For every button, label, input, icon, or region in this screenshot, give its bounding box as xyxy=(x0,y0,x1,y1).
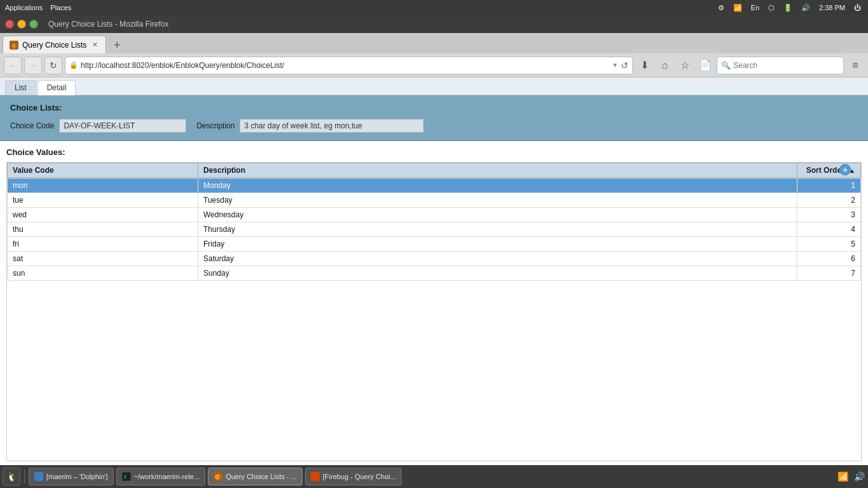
tab-bar: Q Query Choice Lists ✕ + xyxy=(0,33,868,53)
choice-code-input[interactable] xyxy=(59,119,186,133)
table-row[interactable]: friFriday5 xyxy=(8,237,861,252)
cell-value-code: thu xyxy=(8,222,198,237)
nav-options-button[interactable]: ≡ xyxy=(846,57,864,74)
url-bar-container: 🔒 ▼ ↺ xyxy=(65,57,633,74)
home-button[interactable]: ⌂ xyxy=(656,57,674,74)
download-button[interactable]: ⬇ xyxy=(635,57,653,74)
choice-lists-form: Choice Lists: Choice Code Description xyxy=(0,95,868,141)
maximize-button[interactable] xyxy=(29,20,38,29)
taskbar-start-button[interactable]: 🐧 xyxy=(3,468,20,485)
table-row[interactable]: satSaturday6 xyxy=(8,252,861,266)
data-table-container: Value Code Description Sort Order ▲ xyxy=(6,162,862,461)
topbar-settings-icon[interactable]: ⚙ xyxy=(716,4,726,12)
browser-title: Query Choice Lists - Mozilla Firefox xyxy=(48,20,168,29)
os-topbar: Applications Places ⚙ 📶 En ⬡ 🔋 🔊 2:38 PM… xyxy=(0,0,868,15)
os-taskbar: 🐧 [maerim – 'Dolphin'] $ ~/work/maerim-r… xyxy=(0,465,868,488)
cell-sort-order: 3 xyxy=(797,208,861,222)
back-button[interactable]: ← xyxy=(4,57,22,74)
tab-label: Query Choice Lists xyxy=(22,41,86,50)
taskbar-files-icon xyxy=(34,472,43,481)
section-title: Choice Values: xyxy=(6,147,862,157)
form-section-title: Choice Lists: xyxy=(10,103,858,112)
table-row[interactable]: monMonday1 xyxy=(8,179,861,193)
header-row-wrapper: Value Code Description Sort Order ▲ xyxy=(7,163,861,178)
taskbar-browser-label: Query Choice Lists - ... xyxy=(226,473,297,480)
choice-code-label: Choice Code xyxy=(10,121,54,130)
cell-description: Wednesday xyxy=(198,208,797,222)
table-scroll-area[interactable]: monMonday1tueTuesday2wedWednesday3thuThu… xyxy=(7,178,861,461)
app-tab-bar: List Detail xyxy=(0,78,868,95)
choice-code-field: Choice Code xyxy=(10,119,186,133)
window-controls xyxy=(5,20,38,29)
choice-values-section: Choice Values: Value Code Description xyxy=(0,141,868,468)
cell-description: Friday xyxy=(198,237,797,252)
browser-tab[interactable]: Q Query Choice Lists ✕ xyxy=(3,36,106,53)
forward-button[interactable]: → xyxy=(24,57,42,74)
bookmark-list-button[interactable]: 📄 xyxy=(696,57,714,74)
svg-text:Q: Q xyxy=(215,475,219,480)
cell-sort-order: 7 xyxy=(797,266,861,281)
col-header-description[interactable]: Description xyxy=(198,163,797,178)
cell-description: Thursday xyxy=(198,222,797,237)
cell-value-code: tue xyxy=(8,193,198,208)
cell-description: Saturday xyxy=(198,252,797,266)
add-row-button[interactable]: + xyxy=(839,164,851,175)
tab-detail[interactable]: Detail xyxy=(37,80,76,95)
taskbar-separator xyxy=(24,469,25,484)
bookmark-star-button[interactable]: ☆ xyxy=(676,57,694,74)
cell-sort-order: 1 xyxy=(797,179,861,193)
main-content: Choice Lists: Choice Code Description Ch… xyxy=(0,95,868,468)
cell-description: Tuesday xyxy=(198,193,797,208)
table-row[interactable]: thuThursday4 xyxy=(8,222,861,237)
description-field: Description xyxy=(196,119,424,133)
topbar-lang: En xyxy=(749,4,761,11)
lock-icon: 🔒 xyxy=(69,61,78,69)
url-reload-icon[interactable]: ↺ xyxy=(621,60,628,71)
url-dropdown-arrow[interactable]: ▼ xyxy=(612,62,618,69)
search-bar-container: 🔍 xyxy=(717,57,844,74)
cell-sort-order: 4 xyxy=(797,222,861,237)
taskbar-item-terminal[interactable]: $ ~/work/maerim-rele... xyxy=(116,468,206,485)
taskbar-browser-icon: Q xyxy=(214,472,222,481)
taskbar-item-firebug[interactable]: [Firebug - Query Choi... xyxy=(305,468,402,485)
os-topbar-right: ⚙ 📶 En ⬡ 🔋 🔊 2:38 PM ⏻ xyxy=(716,4,863,12)
svg-text:Q: Q xyxy=(12,43,16,48)
cell-sort-order: 2 xyxy=(797,193,861,208)
col-header-value-code[interactable]: Value Code xyxy=(8,163,198,178)
os-applications-menu[interactable]: Applications xyxy=(5,4,43,11)
col-header-sort-order[interactable]: Sort Order ▲ xyxy=(797,163,861,178)
cell-value-code: sun xyxy=(8,266,198,281)
taskbar-item-files[interactable]: [maerim – 'Dolphin'] xyxy=(29,468,114,485)
cell-value-code: mon xyxy=(8,179,198,193)
tab-list[interactable]: List xyxy=(5,80,36,95)
taskbar-item-browser[interactable]: Q Query Choice Lists - ... xyxy=(208,468,302,485)
taskbar-files-label: [maerim – 'Dolphin'] xyxy=(46,473,108,480)
new-tab-button[interactable]: + xyxy=(109,37,125,53)
taskbar-terminal-label: ~/work/maerim-rele... xyxy=(134,473,200,480)
tray-network-icon: 📶 xyxy=(836,470,849,483)
form-row: Choice Code Description xyxy=(10,119,858,133)
cell-value-code: fri xyxy=(8,237,198,252)
topbar-battery-icon: 🔋 xyxy=(782,4,794,12)
description-input[interactable] xyxy=(240,119,424,133)
os-places-menu[interactable]: Places xyxy=(50,4,71,11)
search-input[interactable] xyxy=(733,61,839,70)
title-bar: Query Choice Lists - Mozilla Firefox xyxy=(0,15,868,33)
nav-bar: ← → ↻ 🔒 ▼ ↺ ⬇ ⌂ ☆ 📄 🔍 ≡ xyxy=(0,53,868,78)
reload-button[interactable]: ↻ xyxy=(44,57,62,74)
table-row[interactable]: wedWednesday3 xyxy=(8,208,861,222)
tab-close-button[interactable]: ✕ xyxy=(90,41,99,50)
minimize-button[interactable] xyxy=(17,20,26,29)
close-button[interactable] xyxy=(5,20,14,29)
taskbar-firebug-label: [Firebug - Query Choi... xyxy=(323,473,396,480)
topbar-power-icon[interactable]: ⏻ xyxy=(852,4,863,11)
table-row[interactable]: tueTuesday2 xyxy=(8,193,861,208)
svg-point-7 xyxy=(312,473,318,480)
table-row[interactable]: sunSunday7 xyxy=(8,266,861,281)
os-topbar-left: Applications Places xyxy=(5,4,71,11)
svg-text:$: $ xyxy=(124,475,126,479)
url-input[interactable] xyxy=(81,61,609,70)
taskbar-firebug-icon xyxy=(311,472,320,481)
browser-content: List Detail Choice Lists: Choice Code De… xyxy=(0,78,868,488)
cell-sort-order: 5 xyxy=(797,237,861,252)
